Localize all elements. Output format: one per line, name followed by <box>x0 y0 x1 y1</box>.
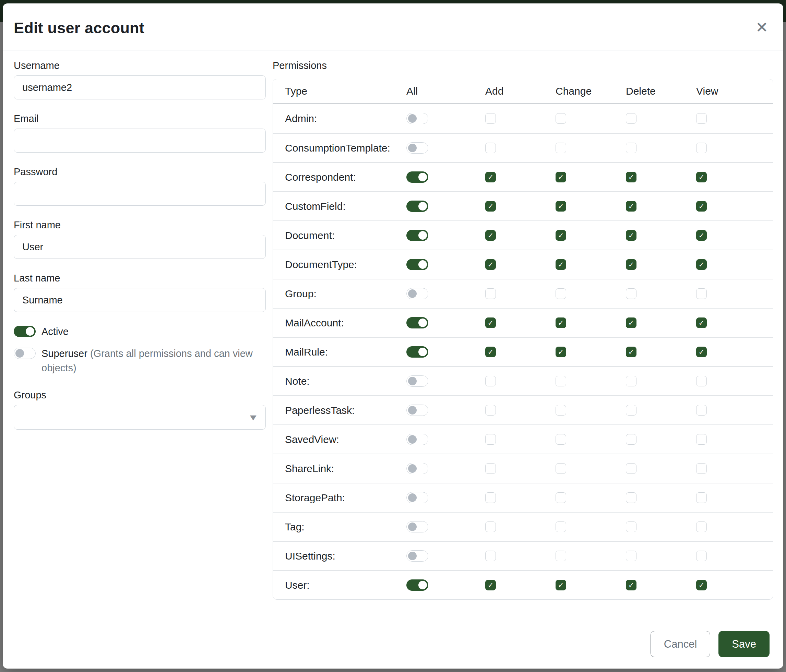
permission-view-checkbox[interactable] <box>696 288 707 299</box>
permission-all-toggle[interactable] <box>406 492 428 503</box>
permission-add-checkbox[interactable] <box>485 463 496 474</box>
permission-add-checkbox[interactable] <box>485 376 496 386</box>
permission-all-toggle[interactable] <box>406 405 428 416</box>
permission-view-checkbox[interactable]: ✓ <box>696 172 707 182</box>
permission-change-checkbox[interactable]: ✓ <box>556 580 566 590</box>
toggle-knob <box>408 406 417 415</box>
permission-view-checkbox[interactable] <box>696 463 707 474</box>
password-field[interactable] <box>14 182 266 206</box>
permission-delete-checkbox[interactable] <box>626 376 637 386</box>
permission-view-checkbox[interactable] <box>696 405 707 416</box>
permission-all-toggle[interactable] <box>406 521 428 532</box>
permission-all-toggle[interactable] <box>406 113 428 124</box>
permission-change-checkbox[interactable] <box>556 521 566 532</box>
permission-all-toggle[interactable] <box>406 259 428 270</box>
permission-change-checkbox[interactable]: ✓ <box>556 347 566 357</box>
permission-add-checkbox[interactable] <box>485 551 496 561</box>
permission-add-checkbox[interactable]: ✓ <box>485 259 496 270</box>
permission-view-checkbox[interactable]: ✓ <box>696 230 707 241</box>
superuser-toggle[interactable] <box>14 348 36 359</box>
username-input[interactable] <box>14 75 266 99</box>
permission-add-checkbox[interactable]: ✓ <box>485 172 496 182</box>
permission-add-checkbox[interactable]: ✓ <box>485 317 496 328</box>
permission-add-checkbox[interactable] <box>485 143 496 153</box>
permission-delete-checkbox[interactable]: ✓ <box>626 259 637 270</box>
permission-delete-checkbox[interactable] <box>626 405 637 416</box>
permission-add-checkbox[interactable] <box>485 521 496 532</box>
permission-delete-checkbox[interactable] <box>626 434 637 445</box>
permission-delete-checkbox[interactable] <box>626 143 637 153</box>
permission-change-checkbox[interactable]: ✓ <box>556 259 566 270</box>
permission-delete-checkbox[interactable]: ✓ <box>626 580 637 590</box>
permission-change-checkbox[interactable] <box>556 288 566 299</box>
permission-delete-checkbox[interactable]: ✓ <box>626 201 637 212</box>
save-button[interactable]: Save <box>718 631 770 657</box>
permission-add-checkbox[interactable] <box>485 288 496 299</box>
permission-add-checkbox[interactable]: ✓ <box>485 201 496 212</box>
permission-all-toggle[interactable] <box>406 288 428 299</box>
permission-add-checkbox[interactable]: ✓ <box>485 230 496 241</box>
permission-all-toggle[interactable] <box>406 230 428 241</box>
permission-all-toggle[interactable] <box>406 317 428 328</box>
cancel-button[interactable]: Cancel <box>651 631 711 657</box>
permission-add-checkbox[interactable]: ✓ <box>485 580 496 590</box>
permission-delete-checkbox[interactable] <box>626 551 637 561</box>
modal-body: Username Email Password First name Last … <box>3 50 783 620</box>
permission-all-toggle[interactable] <box>406 142 428 154</box>
permission-all-toggle[interactable] <box>406 375 428 387</box>
first-name-field[interactable] <box>14 235 266 259</box>
permission-change-checkbox[interactable] <box>556 405 566 416</box>
permission-view-checkbox[interactable]: ✓ <box>696 317 707 328</box>
permission-all-toggle[interactable] <box>406 201 428 212</box>
permission-view-checkbox[interactable]: ✓ <box>696 580 707 590</box>
permission-delete-checkbox[interactable] <box>626 463 637 474</box>
permission-change-checkbox[interactable] <box>556 113 566 124</box>
permission-all-toggle[interactable] <box>406 346 428 358</box>
permission-change-checkbox[interactable] <box>556 463 566 474</box>
permission-all-toggle[interactable] <box>406 171 428 183</box>
permission-add-checkbox[interactable] <box>485 434 496 445</box>
permission-delete-checkbox[interactable]: ✓ <box>626 347 637 357</box>
permission-change-checkbox[interactable]: ✓ <box>556 317 566 328</box>
permission-delete-checkbox[interactable] <box>626 521 637 532</box>
last-name-field[interactable] <box>14 288 266 312</box>
permission-delete-checkbox[interactable] <box>626 113 637 124</box>
email-field[interactable] <box>14 129 266 152</box>
permission-change-checkbox[interactable]: ✓ <box>556 230 566 241</box>
permission-change-checkbox[interactable] <box>556 434 566 445</box>
permission-add-checkbox[interactable] <box>485 113 496 124</box>
permission-change-checkbox[interactable] <box>556 143 566 153</box>
permission-view-checkbox[interactable] <box>696 376 707 386</box>
permission-change-checkbox[interactable] <box>556 376 566 386</box>
permission-delete-checkbox[interactable]: ✓ <box>626 317 637 328</box>
permission-delete-checkbox[interactable] <box>626 492 637 503</box>
permission-view-checkbox[interactable]: ✓ <box>696 201 707 212</box>
permission-add-checkbox[interactable] <box>485 405 496 416</box>
permission-view-checkbox[interactable]: ✓ <box>696 259 707 270</box>
permission-add-checkbox[interactable] <box>485 492 496 503</box>
permission-view-checkbox[interactable]: ✓ <box>696 347 707 357</box>
permission-all-toggle[interactable] <box>406 550 428 562</box>
permission-view-checkbox[interactable] <box>696 113 707 124</box>
permission-delete-checkbox[interactable]: ✓ <box>626 230 637 241</box>
close-icon[interactable]: ✕ <box>756 20 768 35</box>
permission-change-checkbox[interactable] <box>556 492 566 503</box>
permission-all-toggle[interactable] <box>406 579 428 591</box>
permission-view-checkbox[interactable] <box>696 492 707 503</box>
permission-change-checkbox[interactable] <box>556 551 566 561</box>
permission-change-checkbox[interactable]: ✓ <box>556 172 566 182</box>
permissions-table-header: Type All Add Change Delete View <box>273 79 773 104</box>
permission-all-toggle[interactable] <box>406 434 428 445</box>
permission-delete-checkbox[interactable] <box>626 288 637 299</box>
groups-select[interactable]: ▼ <box>14 405 266 430</box>
permission-view-checkbox[interactable] <box>696 434 707 445</box>
permission-view-checkbox[interactable] <box>696 551 707 561</box>
permission-all-toggle[interactable] <box>406 463 428 474</box>
permission-add-checkbox[interactable]: ✓ <box>485 347 496 357</box>
active-toggle[interactable] <box>14 326 36 337</box>
permission-view-checkbox[interactable] <box>696 143 707 153</box>
permission-row: CustomField:✓✓✓✓ <box>273 191 773 220</box>
permission-view-checkbox[interactable] <box>696 521 707 532</box>
permission-delete-checkbox[interactable]: ✓ <box>626 172 637 182</box>
permission-change-checkbox[interactable]: ✓ <box>556 201 566 212</box>
